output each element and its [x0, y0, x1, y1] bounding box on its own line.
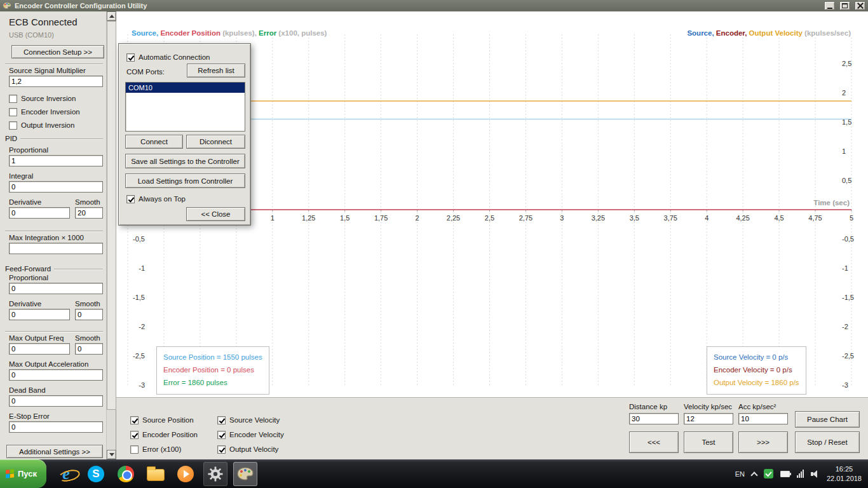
checkbox-box[interactable] [217, 445, 226, 454]
svg-text:3,25: 3,25 [592, 214, 605, 222]
step-forward-button[interactable]: >>> [738, 431, 788, 453]
language-indicator[interactable]: EN [735, 470, 745, 478]
estop-error-label: E-Stop Error [9, 412, 50, 420]
sidebar-scrollbar[interactable] [106, 11, 116, 459]
connect-button[interactable]: Connect [125, 135, 183, 149]
max-output-acceleration-input[interactable] [9, 369, 103, 381]
max-output-freq-smooth-input[interactable] [75, 343, 103, 355]
svg-text:-2: -2 [139, 323, 145, 330]
max-output-freq-smooth-label: Smooth [75, 334, 100, 342]
checkbox-box[interactable] [9, 121, 17, 130]
source-velocity-toggle[interactable]: Source Velocity [217, 416, 280, 424]
output-inversion-checkbox[interactable]: Output Inversion [9, 121, 74, 130]
estop-error-input[interactable] [9, 421, 103, 433]
ff-smooth-input[interactable] [75, 309, 103, 320]
gear-icon [207, 466, 224, 482]
svg-text:4: 4 [705, 214, 709, 222]
restore-icon [842, 3, 848, 8]
encoder-inversion-checkbox[interactable]: Encoder Inversion [9, 107, 80, 116]
error-toggle[interactable]: Error (x100) [130, 445, 181, 454]
disconnect-button[interactable]: Diconnect [186, 135, 245, 149]
windows-logo-icon [6, 469, 14, 478]
ff-derivative-input[interactable] [9, 309, 70, 320]
scroll-down-button[interactable] [107, 450, 116, 459]
svg-text:2: 2 [842, 89, 846, 97]
automatic-connection-checkbox[interactable]: Automatic Connection [126, 53, 210, 62]
distance-input[interactable] [629, 413, 679, 424]
checkbox-box[interactable] [130, 416, 139, 424]
file-explorer-icon[interactable] [144, 462, 168, 486]
pid-integral-label: Integral [9, 172, 33, 180]
network-signal-icon[interactable] [797, 470, 804, 478]
close-icon [857, 3, 864, 9]
connection-dialog: Automatic Connection COM Ports: Refresh … [118, 43, 251, 226]
checkbox-box[interactable] [130, 431, 139, 439]
connection-setup-button[interactable]: Connection Setup >> [11, 45, 104, 58]
checkbox-box[interactable] [217, 416, 226, 424]
encoder-position-toggle[interactable]: Encoder Position [130, 430, 198, 439]
checkbox-box[interactable] [130, 445, 139, 454]
skype-icon[interactable]: S [84, 462, 108, 486]
svg-text:-3: -3 [842, 381, 848, 389]
acceleration-input[interactable] [738, 413, 788, 424]
max-integration-input[interactable] [9, 243, 103, 254]
pid-proportional-input[interactable] [9, 155, 103, 166]
svg-text:-1: -1 [842, 264, 848, 272]
step-back-button[interactable]: <<< [629, 431, 679, 453]
close-dialog-button[interactable]: << Close [186, 207, 245, 221]
connection-status: ECB Connected [9, 17, 78, 27]
minimize-button[interactable] [824, 1, 835, 10]
settings-taskbar-button[interactable] [203, 462, 227, 486]
minimize-icon [827, 8, 832, 9]
pid-smooth-input[interactable] [75, 207, 103, 219]
svg-text:4,75: 4,75 [808, 214, 822, 222]
svg-text:1,5: 1,5 [340, 214, 349, 222]
chrome-icon[interactable] [114, 462, 138, 486]
volume-icon[interactable] [811, 470, 820, 478]
ff-proportional-input[interactable] [9, 283, 103, 294]
pid-integral-input[interactable] [9, 181, 103, 193]
close-button[interactable] [855, 1, 865, 10]
stop-reset-button[interactable]: Stop / Reset [795, 431, 860, 453]
clock[interactable]: 16:25 22.01.2018 [827, 464, 862, 484]
scroll-up-button[interactable] [107, 11, 116, 21]
test-button[interactable]: Test [684, 431, 733, 453]
output-velocity-toggle[interactable]: Output Velocity [217, 445, 278, 454]
source-position-toggle[interactable]: Source Position [130, 416, 194, 424]
encoder-velocity-toggle[interactable]: Encoder Velocity [217, 430, 284, 439]
tray-expand-icon[interactable] [750, 471, 757, 478]
load-settings-button[interactable]: Load Settings from Controller [125, 173, 245, 188]
shield-check-icon[interactable] [764, 469, 773, 478]
always-on-top-checkbox[interactable]: Always on Top [126, 194, 186, 203]
battery-icon[interactable] [780, 471, 790, 477]
additional-settings-button[interactable]: Additional Settings >> [6, 445, 103, 458]
svg-text:5: 5 [850, 214, 853, 222]
scrollbar-thumb[interactable] [107, 21, 116, 410]
checkbox-box[interactable] [126, 53, 135, 62]
com-ports-list[interactable]: COM10 [125, 82, 245, 132]
checkbox-box[interactable] [126, 195, 135, 203]
start-button[interactable]: Пуск [0, 459, 46, 488]
checkbox-box[interactable] [9, 95, 17, 103]
save-settings-button[interactable]: Save all Settings to the Controller [125, 154, 245, 168]
pid-derivative-input[interactable] [9, 207, 70, 219]
com-port-item[interactable]: COM10 [126, 83, 245, 93]
internet-explorer-icon[interactable]: e [54, 462, 78, 486]
velocity-input[interactable] [684, 413, 733, 424]
max-output-freq-input[interactable] [9, 343, 70, 355]
dead-band-input[interactable] [9, 395, 103, 407]
restore-button[interactable] [839, 1, 850, 10]
pause-chart-button[interactable]: Pause Chart [795, 411, 860, 428]
time-axis-label: Time (sec) [813, 199, 850, 207]
checkbox-box[interactable] [9, 108, 17, 116]
tray-time: 16:25 [827, 464, 862, 474]
media-player-icon[interactable] [173, 462, 198, 486]
source-inversion-checkbox[interactable]: Source Inversion [9, 94, 76, 103]
checkbox-box[interactable] [217, 431, 226, 439]
encoder-utility-taskbar-button[interactable] [233, 462, 257, 486]
svg-text:3,5: 3,5 [630, 214, 639, 222]
svg-text:2,25: 2,25 [447, 214, 460, 222]
refresh-list-button[interactable]: Refresh list [187, 64, 245, 78]
source-signal-multiplier-input[interactable] [9, 76, 103, 87]
separator [5, 331, 103, 332]
